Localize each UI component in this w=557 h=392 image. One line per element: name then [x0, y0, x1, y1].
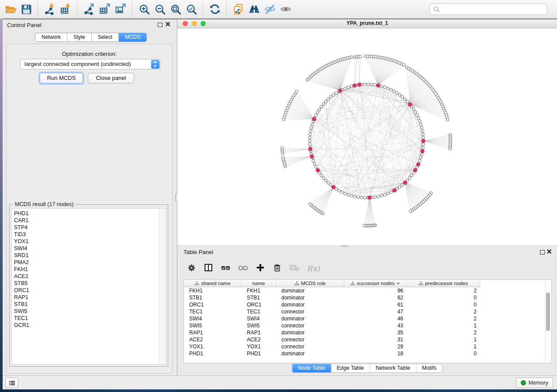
close-table-panel-icon[interactable]: ✕ — [547, 249, 552, 255]
node-table: shared namenameMCDS rolesuccessor nodesp… — [183, 279, 552, 363]
export-table-icon[interactable] — [97, 1, 113, 17]
table-cell: dominator — [276, 329, 344, 336]
refresh-layout-icon[interactable] — [207, 1, 223, 17]
import-network-icon[interactable] — [42, 1, 58, 17]
table-cell: 2 — [407, 308, 480, 315]
mcds-result-item[interactable]: CAR1 — [14, 217, 166, 224]
criterion-dropdown[interactable]: largest connected component (undirected) — [20, 59, 160, 69]
mcds-result-item[interactable]: PHD1 — [14, 210, 166, 217]
maximize-window-traffic-icon[interactable] — [201, 21, 206, 26]
table-scrollbar-thumb[interactable] — [546, 292, 550, 331]
tab-network[interactable]: Network — [35, 33, 67, 41]
export-image-icon[interactable] — [113, 1, 128, 17]
table-cell: 29 — [344, 343, 407, 350]
hide-selected-icon[interactable] — [262, 1, 278, 17]
table-row[interactable]: ORC1ORC1dominator610 — [184, 301, 551, 308]
table-panel: Table Panel ✕ f(x) shared namenameMCDS r… — [177, 247, 557, 375]
tab-select[interactable]: Select — [92, 33, 119, 41]
table-cell: YOX1 — [184, 343, 242, 350]
table-cell: FKH1 — [242, 287, 276, 294]
application-window: Control Panel ✕ NetworkStyleSelectMCDS O… — [0, 0, 557, 392]
zoom-fit-icon[interactable] — [168, 1, 183, 17]
shared-column-icon — [294, 281, 299, 286]
column-header-name[interactable]: name — [242, 280, 276, 287]
table-row[interactable]: PHD1PHD1dominator180 — [184, 350, 551, 357]
tab-edge-table[interactable]: Edge Table — [331, 364, 370, 372]
run-mcds-button[interactable]: Run MCDS — [40, 73, 83, 83]
table-cell: ACE2 — [184, 336, 242, 343]
mcds-result-item[interactable]: FKH1 — [14, 266, 166, 273]
minimize-window-traffic-icon[interactable] — [192, 21, 197, 26]
table-row[interactable]: FKH1FKH1dominator962 — [184, 287, 551, 294]
create-column-plus-icon[interactable] — [256, 263, 265, 274]
mcds-result-item[interactable]: SWI5 — [14, 308, 166, 315]
network-window-titlebar[interactable]: YPA_prune.txt_1 — [177, 19, 557, 28]
close-window-traffic-icon[interactable] — [183, 21, 188, 26]
mcds-result-item[interactable]: TEC1 — [14, 315, 166, 322]
float-table-panel-icon[interactable] — [540, 250, 545, 254]
table-options-gear-icon[interactable] — [187, 263, 196, 274]
close-panel-icon[interactable]: ✕ — [165, 21, 171, 28]
table-row[interactable]: SWI5SWI5connector431 — [184, 322, 551, 329]
zoom-out-icon[interactable] — [152, 1, 168, 17]
table-cell: 2 — [407, 287, 480, 294]
save-session-icon[interactable] — [18, 1, 34, 17]
zoom-in-icon[interactable] — [136, 1, 152, 17]
mcds-result-item[interactable]: YOX1 — [14, 238, 166, 245]
show-all-icon[interactable] — [278, 1, 294, 17]
column-header-shared-name[interactable]: shared name — [184, 280, 242, 287]
column-header-successor-nodes[interactable]: successor nodes — [344, 280, 407, 287]
delete-column-trash-icon[interactable] — [273, 263, 282, 274]
table-row[interactable]: STB1STB1dominator620 — [184, 294, 551, 301]
first-neighbors-icon[interactable] — [246, 1, 262, 17]
zoom-selected-icon[interactable] — [183, 1, 199, 17]
search-box[interactable] — [429, 3, 547, 15]
mcds-result-item[interactable]: STB5 — [14, 280, 166, 287]
import-table-icon[interactable] — [58, 1, 73, 17]
mcds-result-item[interactable]: RAP1 — [14, 294, 166, 301]
toolbar-separator — [38, 2, 38, 16]
mcds-result-item[interactable]: ORC1 — [14, 287, 166, 294]
mcds-result-item[interactable]: SWI4 — [14, 245, 166, 252]
memory-button[interactable]: Memory — [516, 378, 553, 388]
table-row[interactable]: ACE2ACE2connector311 — [184, 336, 551, 343]
tab-mcds[interactable]: MCDS — [119, 33, 146, 41]
mcds-result-item[interactable]: PMA2 — [14, 259, 166, 266]
search-input[interactable] — [441, 4, 543, 14]
mcds-result-list: PHD1CAR1STP4TID3YOX1SWI4SRD1PMA2FKH1ACE2… — [11, 208, 166, 364]
network-window-title: YPA_prune.txt_1 — [177, 19, 557, 28]
column-header-predecessor-nodes[interactable]: predecessor nodes — [407, 280, 480, 287]
table-row[interactable]: TEC1TEC1connector472 — [184, 308, 551, 315]
export-network-icon[interactable] — [81, 1, 97, 17]
float-panel-icon[interactable] — [158, 23, 163, 27]
network-canvas[interactable] — [177, 28, 557, 245]
mcds-result-item[interactable]: STB1 — [14, 301, 166, 308]
table-cell: PHD1 — [184, 350, 242, 357]
mcds-result-item[interactable]: GCR1 — [14, 322, 166, 329]
tab-network-table[interactable]: Network Table — [370, 364, 416, 372]
mcds-result-item[interactable]: STP4 — [14, 224, 166, 231]
select-all-rows-icon[interactable] — [221, 263, 231, 275]
task-history-list-icon[interactable] — [5, 378, 18, 388]
duplicate-network-icon[interactable] — [231, 1, 246, 17]
table-row[interactable]: RAP1RAP1dominator352 — [184, 329, 551, 336]
tab-motifs[interactable]: Motifs — [416, 364, 442, 372]
table-row[interactable]: SWI4SWI4dominator462 — [184, 315, 551, 322]
mcds-result-item[interactable]: TID3 — [14, 231, 166, 238]
status-bar: Memory — [3, 375, 557, 389]
tab-node-table[interactable]: Node Table — [292, 364, 331, 372]
show-columns-icon[interactable] — [204, 263, 213, 274]
result-list-scrollbar[interactable] — [159, 209, 165, 364]
deselect-all-rows-icon[interactable] — [238, 263, 248, 275]
close-panel-button[interactable]: Close panel — [88, 73, 134, 83]
function-builder-icon: f(x) — [307, 264, 320, 273]
toolbar-separator — [132, 2, 133, 16]
table-cell: FKH1 — [184, 287, 242, 294]
tab-style[interactable]: Style — [67, 33, 92, 41]
mcds-result-item[interactable]: SRD1 — [14, 252, 166, 259]
open-file-icon[interactable] — [3, 1, 18, 17]
table-row[interactable]: YOX1YOX1connector291 — [184, 343, 551, 350]
column-header-MCDS-role[interactable]: MCDS role — [276, 280, 344, 287]
table-vertical-scrollbar[interactable] — [545, 280, 551, 362]
mcds-result-item[interactable]: ACE2 — [14, 273, 166, 280]
